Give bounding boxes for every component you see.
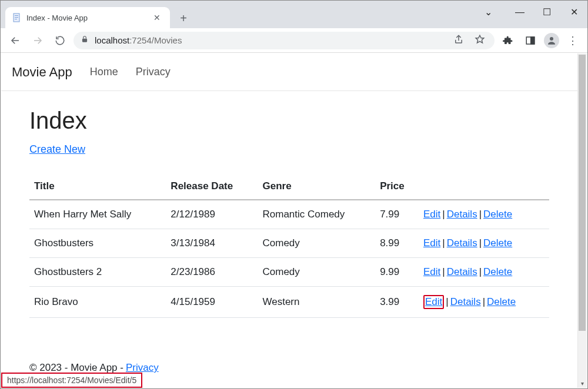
address-bar[interactable]: localhost:7254/Movies xyxy=(74,32,495,49)
scrollbar-down-arrow-icon[interactable]: ▾ xyxy=(577,378,587,388)
vertical-scrollbar[interactable] xyxy=(577,53,587,378)
bookmark-star-icon[interactable] xyxy=(472,34,487,47)
create-new-link[interactable]: Create New xyxy=(29,143,85,155)
nav-home[interactable]: Home xyxy=(90,66,118,78)
cell-title: Rio Bravo xyxy=(29,287,166,318)
cell-price: 7.99 xyxy=(375,200,419,229)
site-navbar: Movie App Home Privacy xyxy=(1,53,577,91)
edit-link-highlighted: Edit xyxy=(423,295,444,309)
svg-point-10 xyxy=(550,37,553,41)
cell-actions: Edit|Details|Delete xyxy=(419,229,549,258)
browser-tab[interactable]: Index - Movie App ✕ xyxy=(5,7,170,28)
tab-search-icon[interactable]: ⌄ xyxy=(475,3,502,22)
movies-table: Title Release Date Genre Price When Harr… xyxy=(29,173,549,318)
table-row: Ghostbusters 3/13/1984 Comedy 8.99 Edit|… xyxy=(29,229,549,258)
lock-icon xyxy=(81,35,89,46)
profile-avatar-icon[interactable] xyxy=(544,33,559,48)
details-link[interactable]: Details xyxy=(447,266,477,277)
reading-list-icon[interactable] xyxy=(522,35,539,46)
edit-link[interactable]: Edit xyxy=(423,266,440,277)
th-release-date: Release Date xyxy=(166,173,258,200)
table-header-row: Title Release Date Genre Price xyxy=(29,173,549,200)
th-actions xyxy=(419,173,549,200)
cell-genre: Western xyxy=(258,287,375,318)
window-maximize-icon[interactable]: ☐ xyxy=(533,3,560,22)
delete-link[interactable]: Delete xyxy=(487,296,516,307)
th-genre: Genre xyxy=(258,173,375,200)
cell-genre: Romantic Comedy xyxy=(258,200,375,229)
kebab-menu-icon[interactable]: ⋮ xyxy=(564,34,582,47)
edit-link[interactable]: Edit xyxy=(423,209,440,220)
scrollbar-thumb[interactable] xyxy=(579,55,586,331)
cell-release-date: 2/12/1989 xyxy=(166,200,258,229)
brand-link[interactable]: Movie App xyxy=(12,65,72,80)
details-link[interactable]: Details xyxy=(447,209,477,220)
details-link[interactable]: Details xyxy=(450,296,481,307)
table-row: When Harry Met Sally 2/12/1989 Romantic … xyxy=(29,200,549,229)
tab-title: Index - Movie App xyxy=(26,14,151,22)
page-content: Movie App Home Privacy Index Create New … xyxy=(1,53,577,388)
delete-link[interactable]: Delete xyxy=(483,209,512,220)
tab-close-icon[interactable]: ✕ xyxy=(151,11,163,25)
cell-genre: Comedy xyxy=(258,229,375,258)
cell-genre: Comedy xyxy=(258,258,375,287)
status-bar: https://localhost:7254/Movies/Edit/5 xyxy=(1,373,142,388)
delete-link[interactable]: Delete xyxy=(483,237,512,249)
browser-titlebar: Index - Movie App ✕ + ⌄ — ☐ ✕ xyxy=(1,1,587,28)
forward-button[interactable] xyxy=(29,32,46,49)
page-title: Index xyxy=(29,108,549,134)
edit-link[interactable]: Edit xyxy=(423,237,440,249)
delete-link[interactable]: Delete xyxy=(483,266,512,277)
th-price: Price xyxy=(375,173,419,200)
cell-actions: Edit|Details|Delete xyxy=(419,287,549,318)
cell-price: 3.99 xyxy=(375,287,419,318)
svg-marker-7 xyxy=(476,35,484,43)
table-row: Rio Bravo 4/15/1959 Western 3.99 Edit|De… xyxy=(29,287,549,318)
browser-viewport: Movie App Home Privacy Index Create New … xyxy=(1,53,587,388)
site-footer: © 2023 - Movie App - Privacy xyxy=(29,362,159,374)
edit-link[interactable]: Edit xyxy=(425,296,442,307)
status-url: https://localhost:7254/Movies/Edit/5 xyxy=(7,375,136,385)
cell-actions: Edit|Details|Delete xyxy=(419,200,549,229)
svg-rect-6 xyxy=(82,38,87,42)
reload-button[interactable] xyxy=(51,32,69,49)
share-icon[interactable] xyxy=(451,34,466,47)
new-tab-button[interactable]: + xyxy=(175,9,192,27)
browser-toolbar: localhost:7254/Movies ⋮ xyxy=(1,28,587,53)
svg-rect-2 xyxy=(15,17,18,18)
nav-privacy[interactable]: Privacy xyxy=(136,66,171,78)
cell-title: When Harry Met Sally xyxy=(29,200,166,229)
footer-copyright: © 2023 - Movie App - xyxy=(29,362,123,374)
details-link[interactable]: Details xyxy=(447,237,477,249)
cell-title: Ghostbusters xyxy=(29,229,166,258)
cell-title: Ghostbusters 2 xyxy=(29,258,166,287)
window-minimize-icon[interactable]: — xyxy=(506,3,533,22)
back-button[interactable] xyxy=(6,32,24,49)
cell-release-date: 2/23/1986 xyxy=(166,258,258,287)
cell-actions: Edit|Details|Delete xyxy=(419,258,549,287)
table-row: Ghostbusters 2 2/23/1986 Comedy 9.99 Edi… xyxy=(29,258,549,287)
cell-release-date: 4/15/1959 xyxy=(166,287,258,318)
url-text: localhost:7254/Movies xyxy=(95,35,182,45)
cell-price: 9.99 xyxy=(375,258,419,287)
footer-privacy-link[interactable]: Privacy xyxy=(126,362,159,374)
svg-rect-1 xyxy=(15,15,18,16)
window-close-icon[interactable]: ✕ xyxy=(560,3,587,22)
svg-rect-3 xyxy=(15,19,17,19)
page-favicon-icon xyxy=(12,13,22,22)
cell-release-date: 3/13/1984 xyxy=(166,229,258,258)
cell-price: 8.99 xyxy=(375,229,419,258)
extensions-icon[interactable] xyxy=(499,35,517,46)
svg-rect-9 xyxy=(531,37,534,44)
th-title: Title xyxy=(29,173,166,200)
